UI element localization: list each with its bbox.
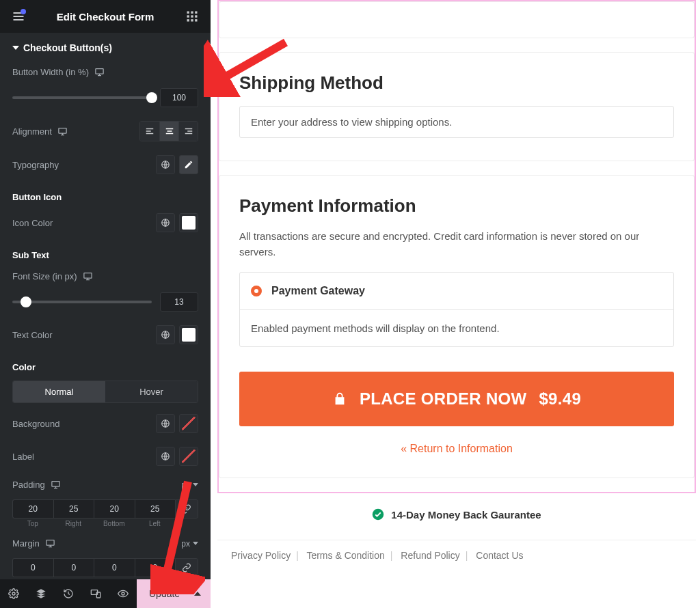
payment-subtitle: All transactions are secure and encrypte… (239, 229, 674, 260)
color-state-tabs[interactable]: Normal Hover (12, 381, 198, 403)
svg-rect-4 (191, 15, 193, 17)
button-icon-heading: Button Icon (0, 181, 211, 206)
align-center-icon[interactable] (159, 122, 178, 141)
svg-rect-2 (195, 12, 197, 14)
margin-right-input[interactable] (53, 558, 94, 577)
desktop-icon[interactable] (57, 126, 68, 137)
padding-bottom-input[interactable] (94, 499, 135, 519)
desktop-icon[interactable] (94, 67, 105, 77)
alignment-label: Alignment (12, 126, 52, 137)
label-swatch[interactable] (179, 447, 198, 466)
margin-label: Margin (12, 538, 40, 549)
button-width-slider[interactable] (12, 96, 152, 99)
preview-canvas[interactable]: Shipping Method Enter your address to vi… (211, 0, 700, 608)
history-icon[interactable] (55, 579, 82, 608)
background-label: Background (12, 419, 59, 429)
svg-point-22 (122, 592, 124, 595)
apps-icon[interactable] (183, 8, 201, 25)
color-heading: Color (0, 351, 211, 376)
svg-rect-8 (195, 19, 197, 21)
svg-rect-3 (187, 15, 189, 17)
navigator-icon[interactable] (27, 579, 55, 608)
footer-refund[interactable]: Refund Policy (401, 550, 459, 561)
svg-point-19 (12, 592, 15, 595)
place-order-label: PLACE ORDER NOW (360, 389, 527, 409)
align-right-icon[interactable] (178, 122, 198, 141)
desktop-icon[interactable] (83, 271, 93, 281)
svg-rect-17 (52, 482, 59, 487)
section-checkout-buttons[interactable]: Checkout Button(s) (0, 33, 211, 60)
icon-color-label: Icon Color (12, 218, 53, 228)
alignment-segmented[interactable] (139, 121, 198, 141)
link-values-icon[interactable] (175, 499, 198, 519)
edit-icon[interactable] (179, 155, 198, 174)
footer-terms[interactable]: Terms & Condition (306, 550, 384, 561)
font-size-label: Font Size (in px) (12, 271, 77, 281)
text-color-label: Text Color (12, 330, 53, 340)
footer-contact[interactable]: Contact Us (476, 550, 523, 561)
section-title: Checkout Button(s) (23, 42, 112, 53)
globe-icon[interactable] (156, 213, 175, 232)
shipping-placeholder: Enter your address to view shipping opti… (239, 106, 674, 138)
preview-icon[interactable] (109, 579, 137, 608)
margin-unit-picker[interactable]: px (181, 539, 198, 549)
margin-bottom-input[interactable] (94, 558, 135, 577)
padding-unit-picker[interactable]: px (181, 480, 198, 490)
globe-icon[interactable] (156, 414, 175, 433)
svg-rect-0 (187, 12, 189, 14)
update-button[interactable]: Update (137, 579, 211, 608)
typography-label: Typography (12, 160, 59, 170)
footer-links: Privacy Policy| Terms & Condition| Refun… (217, 540, 696, 570)
footer-privacy[interactable]: Privacy Policy (231, 550, 291, 561)
payment-gateway-option[interactable]: Payment Gateway (240, 273, 673, 309)
icon-color-swatch[interactable] (179, 213, 198, 232)
padding-top-input[interactable] (12, 499, 53, 519)
desktop-icon[interactable] (51, 480, 61, 490)
svg-rect-1 (191, 12, 193, 14)
label-color-label: Label (12, 452, 34, 462)
margin-top-input[interactable] (12, 558, 53, 577)
svg-rect-9 (96, 69, 103, 74)
padding-label: Padding (12, 480, 45, 490)
shipping-title: Shipping Method (239, 72, 674, 94)
margin-left-input[interactable] (135, 558, 176, 577)
button-width-label: Button Width (in %) (12, 67, 89, 77)
settings-icon[interactable] (0, 579, 27, 608)
payment-title: Payment Information (239, 195, 674, 217)
svg-rect-18 (46, 540, 54, 546)
button-width-input[interactable] (160, 88, 198, 107)
text-color-swatch[interactable] (179, 325, 198, 344)
align-left-icon[interactable] (140, 122, 159, 141)
svg-rect-7 (191, 19, 193, 21)
globe-icon[interactable] (156, 325, 175, 344)
panel-title: Edit Checkout Form (57, 11, 154, 23)
responsive-icon[interactable] (82, 579, 109, 608)
background-swatch[interactable] (179, 414, 198, 433)
padding-left-input[interactable] (135, 499, 176, 519)
payment-gateway-note: Enabled payment methods will display on … (240, 309, 673, 346)
desktop-icon[interactable] (45, 538, 55, 549)
svg-rect-10 (59, 128, 66, 133)
check-circle-icon (372, 508, 384, 521)
tab-hover[interactable]: Hover (105, 381, 198, 402)
menu-icon[interactable] (10, 8, 27, 25)
place-order-price: $9.49 (539, 389, 581, 409)
lock-icon (332, 391, 347, 406)
link-values-icon[interactable] (175, 558, 198, 577)
svg-rect-5 (195, 15, 197, 17)
font-size-input[interactable] (160, 292, 198, 312)
tab-normal[interactable]: Normal (13, 381, 105, 402)
return-link[interactable]: « Return to Information (239, 443, 674, 455)
chevron-up-icon (194, 592, 201, 596)
font-size-slider[interactable] (12, 301, 152, 303)
place-order-button[interactable]: PLACE ORDER NOW $9.49 (239, 372, 674, 426)
guarantee-banner: 14-Day Money Back Gaurantee (217, 508, 696, 521)
globe-icon[interactable] (156, 155, 175, 174)
sub-text-heading: Sub Text (0, 239, 211, 264)
update-label: Update (149, 588, 180, 599)
radio-on-icon (251, 286, 262, 296)
padding-right-input[interactable] (53, 499, 94, 519)
globe-icon[interactable] (156, 447, 175, 466)
payment-gateway-label: Payment Gateway (271, 285, 365, 297)
svg-rect-6 (187, 19, 189, 21)
